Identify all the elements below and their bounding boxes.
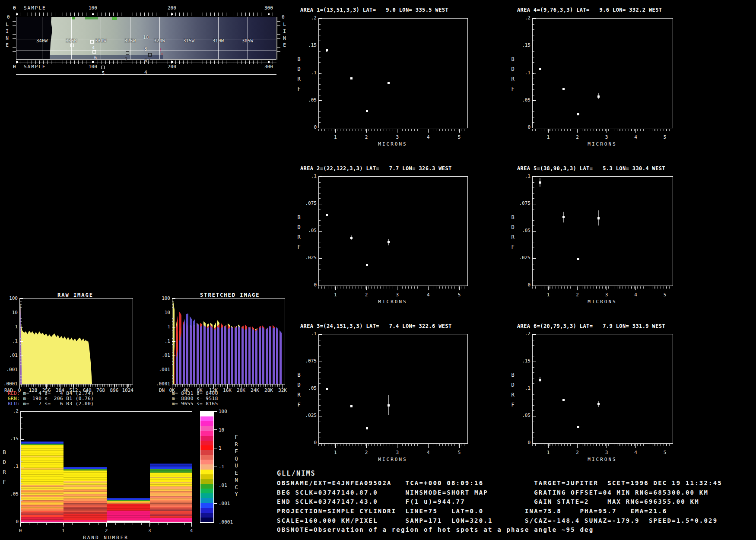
band-streak-overlay [107, 498, 150, 522]
colorbar-segment [200, 518, 213, 523]
x-major-tick [106, 523, 107, 527]
colorbar-tick [214, 485, 217, 485]
colorbar-tick-label: 100 [219, 409, 227, 414]
x-tick-label: 0 [17, 528, 24, 534]
colorbar-segment [200, 493, 213, 499]
colorbar-tick-label: .01 [219, 483, 227, 488]
y-axis-title: BDRF [1, 449, 7, 489]
colorbar-segment [200, 445, 213, 451]
colorbar-segment [200, 508, 213, 513]
x-major-tick [149, 523, 150, 527]
colorbar-segment [200, 474, 213, 480]
colorbar-segment [200, 450, 213, 455]
info-obsname-line: OBSNAME/EXT=E4JNFEA09502A TCA=+000 08:09… [277, 480, 722, 486]
colorbar-tick-label: .0001 [219, 519, 233, 525]
colorbar-tick [214, 448, 217, 448]
x-tick-label: 2 [103, 528, 110, 534]
colorbar-segment [200, 412, 213, 417]
y-tick-label: 0 [1, 519, 19, 524]
colorbar-tick-label: 10 [219, 427, 224, 433]
y-major-tick [21, 412, 24, 412]
band-streak-overlay [21, 442, 64, 522]
colorbar-segment [200, 484, 213, 489]
colorbar-segment [200, 470, 213, 475]
x-axis-title: BAND NUMBER [20, 535, 191, 540]
colorbar-tick [214, 522, 217, 522]
colorbar-segment [200, 416, 213, 422]
info-endsclk-line: END SCLK=03747147.43.0 F(1 u)=944.77 GAI… [277, 498, 699, 505]
band-streak-overlay [64, 467, 107, 522]
frequency-colorbar [200, 411, 214, 523]
colorbar-segment [200, 436, 213, 441]
colorbar-tick [214, 411, 217, 412]
colorbar-segment [200, 421, 213, 426]
band-chart-box [20, 411, 192, 523]
info-begsclk-line: BEG SCLK=03747140.87.0 NIMSMODE=SHORT MA… [277, 489, 708, 496]
y-major-tick [21, 439, 24, 440]
colorbar-segment [200, 431, 213, 436]
info-scale-line: SCALE=160.000 KM/PIXEL SAMP=171 LON=320.… [277, 517, 718, 524]
x-major-tick [191, 523, 192, 527]
colorbar-segment [200, 426, 213, 431]
colorbar-segment [200, 498, 213, 503]
colorbar-tick [214, 429, 217, 430]
colorbar-tick [214, 503, 217, 504]
colorbar-segment [200, 464, 213, 470]
info-header: GLL/NIMS [277, 470, 316, 477]
colorbar-segment [200, 479, 213, 484]
x-major-tick [63, 523, 64, 527]
colorbar-segment [200, 455, 213, 460]
colorbar-segment [200, 460, 213, 465]
y-major-tick [21, 467, 24, 467]
colorbar-tick-label: 1 [219, 445, 222, 451]
colorbar-tick [214, 467, 217, 467]
band-chart-container: .2.15.1.05001234BAND NUMBERBDRF100101.1.… [0, 0, 756, 540]
x-major-tick [20, 523, 21, 527]
x-tick-label: 3 [146, 528, 153, 534]
colorbar-tick-label: .001 [219, 501, 230, 506]
y-tick-label: .2 [1, 408, 19, 414]
colorbar-segment [200, 503, 213, 508]
x-tick-label: 1 [60, 528, 67, 534]
y-tick-label: .15 [1, 436, 19, 442]
y-major-tick [21, 495, 24, 495]
x-tick-label: 4 [188, 528, 195, 534]
colorbar-segment [200, 441, 213, 446]
frequency-axis-title: FREQUENCY [233, 434, 239, 499]
colorbar-segment [200, 513, 213, 518]
band-streak-overlay [150, 464, 192, 522]
info-projection-line: PROJECTION=SIMPLE CYLINDRI LINE=75 LAT=0… [277, 508, 667, 515]
nims-display-screen: 0 SAMPLE 0 SAMPLE 0 0 LINE LINE 00100100… [0, 0, 756, 540]
colorbar-segment [200, 489, 213, 494]
colorbar-tick-label: .1 [219, 464, 224, 470]
info-obsnote-line: OBSNOTE=Observation of a region of hot s… [277, 526, 594, 533]
y-tick-label: .05 [1, 491, 19, 497]
